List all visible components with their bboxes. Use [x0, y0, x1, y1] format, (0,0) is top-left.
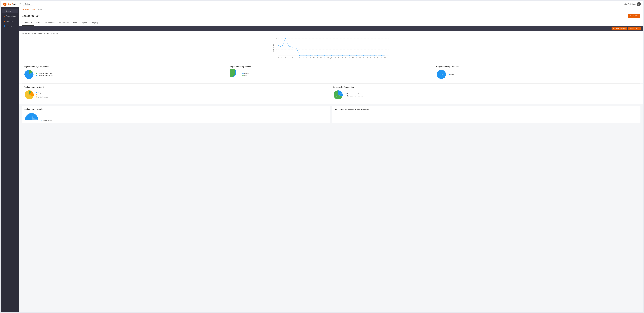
- legend-label-independiente: Independiente: [43, 119, 52, 121]
- chevron-right-icon: ❮: [16, 25, 16, 27]
- revenue-by-competition: Revenue by Competition 27.3% 72.7%: [331, 85, 640, 101]
- revenue-pie-row: 27.3% 72.7% Benidorm Half - 10 km: [333, 90, 638, 100]
- svg-point-32: [349, 55, 350, 56]
- sidebar-item-organizer[interactable]: 👤 Organizer ❮: [2, 24, 18, 28]
- svg-text:0.0: 0.0: [276, 54, 278, 55]
- legend-item-10km: Benidorm Half - 10 km: [36, 73, 54, 74]
- svg-point-19: [303, 55, 304, 56]
- svg-text:19: 19: [342, 57, 343, 58]
- svg-text:27.3%: 27.3%: [340, 93, 342, 94]
- bottom-section: Registrations by Club Independiente: [19, 104, 643, 125]
- breadcrumb-sep1: /: [30, 8, 30, 10]
- tab-files[interactable]: Files: [71, 20, 79, 25]
- competition-chart-title: Registrations by Competition: [24, 66, 226, 68]
- svg-point-13: [282, 47, 282, 47]
- province-pie: 100.0%: [436, 69, 446, 80]
- legend-label-ireland: Ireland: [38, 94, 42, 96]
- gender-legend: Female Male: [242, 73, 249, 76]
- legend-label-10km: Benidorm Half - 10 km: [38, 73, 52, 74]
- breadcrumb-events[interactable]: Events: [31, 8, 36, 10]
- province-pie-row: 100.0% Otros: [436, 69, 638, 80]
- goto-view-button[interactable]: Go to View: [628, 14, 640, 18]
- registrations-by-gender: Registrations by Gender 44.4% 55.6%: [228, 64, 434, 81]
- legend-label-21km: Benidorm Half - 21.1 km: [38, 75, 54, 76]
- line-chart-svg: 2.0 1.3 0.7 0.0 No. of Records: [22, 36, 640, 59]
- registrations-by-province: Registrations by Province 100.0% Otros: [434, 64, 640, 81]
- page-title: Benidorm Half: [22, 14, 40, 17]
- legend-label-uk: United Kingdom: [38, 96, 48, 98]
- registrations-by-club: Registrations by Club Independiente: [22, 106, 330, 123]
- sidebar-label-coupons: Coupons: [6, 20, 13, 22]
- avatar[interactable]: A: [637, 2, 641, 6]
- tab-details[interactable]: Details: [34, 20, 44, 25]
- svg-point-24: [320, 55, 321, 56]
- svg-text:14: 14: [324, 57, 325, 58]
- language-selector[interactable]: English: [23, 2, 33, 6]
- svg-point-28: [335, 55, 336, 56]
- legend-dot-rev-21km: [346, 95, 346, 96]
- legend-item-female: Female: [242, 73, 249, 74]
- tab-dashboard[interactable]: Dashboard: [22, 20, 34, 25]
- tag-icon: ◆: [4, 20, 5, 22]
- next-month-button[interactable]: ↻ Next month: [628, 27, 641, 30]
- page-header: Benidorm Half Go to View: [19, 12, 643, 20]
- club-chart-title: Registrations by Club: [24, 108, 328, 110]
- legend-dot-10km: [36, 73, 37, 74]
- svg-point-15: [289, 46, 290, 47]
- svg-text:26: 26: [366, 57, 368, 58]
- sidebar-label-organizer: Organizer: [7, 25, 14, 27]
- svg-text:1.3: 1.3: [276, 43, 278, 44]
- svg-text:23: 23: [356, 57, 357, 58]
- legend-dot-belgium: [36, 92, 37, 93]
- svg-text:10: 10: [310, 57, 311, 58]
- top5-title: Top 5 Clubs with the Most Registrations: [334, 108, 638, 110]
- competition-legend: Benidorm Half - 10 km Benidorm Half - 21…: [36, 73, 54, 76]
- svg-text:22.2%: 22.2%: [31, 95, 33, 95]
- svg-text:27: 27: [370, 57, 372, 58]
- svg-point-20: [306, 55, 307, 56]
- svg-text:12: 12: [317, 57, 318, 58]
- svg-text:7: 7: [299, 57, 300, 58]
- tab-competitions[interactable]: Competitions: [43, 20, 57, 25]
- tab-reports[interactable]: Reports: [79, 20, 89, 25]
- svg-text:66.7%: 66.7%: [25, 76, 28, 76]
- legend-label-belgium: Belgium: [38, 92, 43, 94]
- legend-item-ireland: Ireland: [36, 94, 48, 96]
- top5-clubs: Top 5 Clubs with the Most Registrations: [332, 106, 640, 123]
- breadcrumb-sep2: /: [36, 8, 36, 10]
- sidebar-item-events[interactable]: ● Events: [2, 8, 18, 13]
- svg-point-27: [331, 55, 332, 56]
- svg-text:11: 11: [313, 57, 314, 58]
- svg-point-33: [353, 55, 354, 56]
- registrations-by-competition: Registrations by Competition 33.3%: [22, 64, 228, 81]
- gender-pie-row: 44.4% 55.6% Female: [230, 69, 432, 80]
- svg-point-22: [314, 55, 314, 56]
- svg-text:20: 20: [345, 57, 346, 58]
- svg-text:31: 31: [384, 57, 386, 58]
- chart-section: Records per day in the month : 7/1/2024 …: [19, 31, 643, 62]
- revenue-chart-title: Revenue by Competition: [333, 86, 638, 88]
- breadcrumb-dashboard[interactable]: Dashboard: [22, 8, 29, 10]
- svg-text:28: 28: [374, 57, 375, 58]
- legend-dot-rev-10km: [346, 93, 346, 94]
- svg-text:4: 4: [289, 57, 289, 58]
- legend-dot-21km: [36, 75, 37, 76]
- svg-point-14: [285, 38, 286, 39]
- sidebar-item-registrations[interactable]: ■ Registrations: [2, 14, 18, 18]
- svg-text:25: 25: [363, 57, 364, 58]
- tab-languages[interactable]: Languages: [89, 20, 102, 25]
- legend-item-belgium: Belgium: [36, 92, 48, 94]
- svg-point-17: [296, 47, 296, 47]
- legend-label-rev-21km: Benidorm Half - 21.1 km: [347, 95, 363, 97]
- topbar-right: Hello , Alf Kalmar A: [623, 2, 641, 6]
- prev-month-button[interactable]: ↻ Previous month: [612, 27, 627, 30]
- svg-point-16: [292, 47, 293, 47]
- sidebar-item-coupons[interactable]: ◆ Coupons: [2, 19, 18, 23]
- hamburger-icon[interactable]: ☰: [20, 3, 22, 5]
- tab-registrations[interactable]: Registrations: [57, 20, 71, 25]
- svg-text:55.6%: 55.6%: [236, 76, 238, 76]
- province-chart-title: Registrations by Province: [436, 66, 638, 68]
- legend-item-rev-10km: Benidorm Half - 10 km: [346, 93, 363, 95]
- user-icon: 👤: [4, 25, 6, 27]
- legend-item-otros: Otros: [448, 74, 454, 75]
